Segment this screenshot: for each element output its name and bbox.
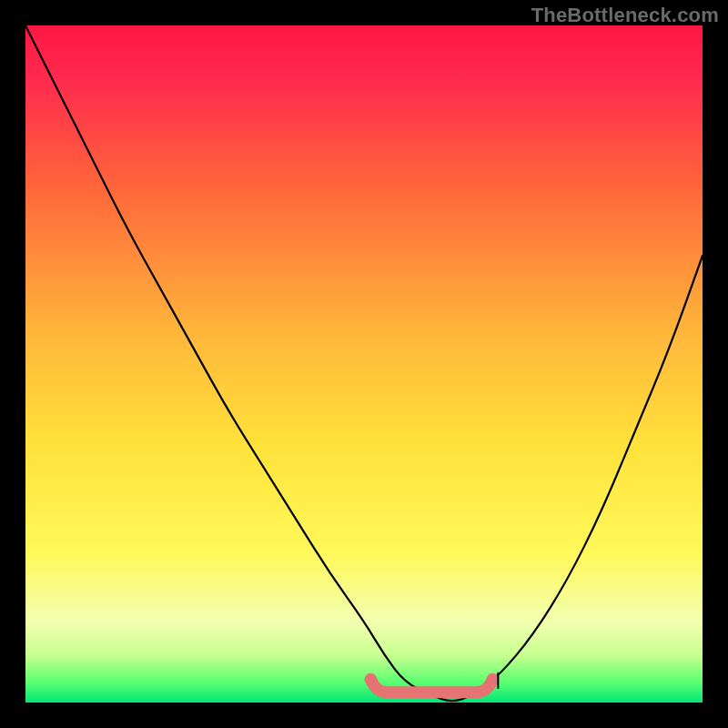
chart-frame: TheBottleneck.com — [0, 0, 728, 728]
optimal-range-start-dot — [364, 673, 377, 686]
plot-background — [25, 25, 703, 703]
watermark-text: TheBottleneck.com — [531, 4, 719, 27]
bottleneck-chart — [0, 0, 728, 728]
optimal-range-end-dot — [486, 673, 499, 686]
